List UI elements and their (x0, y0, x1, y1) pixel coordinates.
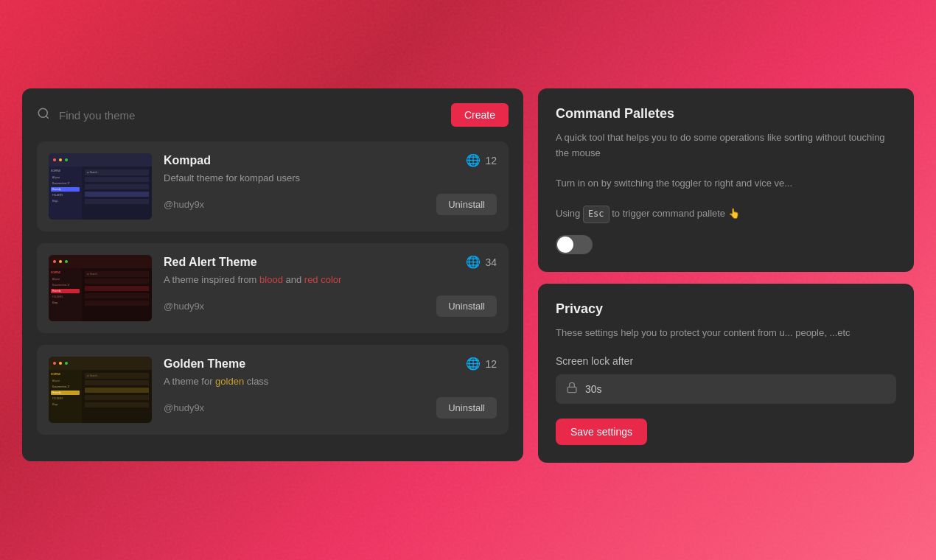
trigger-text: to trigger command pallete 👆 (612, 208, 740, 219)
theme-author-redalert: @hudy9x (164, 301, 204, 312)
theme-bottom-row-golden: @hudy9x Uninstall (164, 397, 497, 419)
theme-thumbnail-kompad: KOMPAD All post Document test 17 Recentl… (49, 153, 152, 220)
theme-bottom-row-redalert: @hudy9x Uninstall (164, 295, 497, 317)
theme-card-redalert: KOMPAD All post Document test 17 Recentl… (37, 243, 509, 333)
star-icon: 🌐 (466, 153, 481, 167)
theme-info-redalert: Red Alert Theme 🌐 34 A theme inspired fr… (164, 255, 497, 317)
theme-star-count-redalert: 34 (485, 256, 497, 268)
theme-name: Kompad (164, 154, 211, 167)
screen-lock-value: 30s (585, 383, 602, 395)
screen-lock-input[interactable]: 30s (556, 374, 896, 404)
theme-card-golden: KOMPAD All post Document test 17 Recentl… (37, 345, 509, 435)
theme-description: Default theme for kompad users (164, 172, 497, 185)
search-bar: Create (37, 103, 509, 127)
command-palletes-desc3: Using Esc to trigger command pallete 👆 (556, 206, 896, 223)
create-button[interactable]: Create (451, 103, 509, 127)
uninstall-button-redalert[interactable]: Uninstall (436, 295, 497, 317)
svg-rect-1 (567, 388, 576, 393)
theme-top-row: Kompad 🌐 12 (164, 153, 497, 167)
theme-star-count-golden: 12 (485, 358, 497, 370)
privacy-description: These settings help you to protect your … (556, 326, 896, 341)
themes-panel: Create KOMPAD All post Document test 17 … (22, 88, 523, 461)
uninstall-button-golden[interactable]: Uninstall (436, 397, 497, 419)
theme-description-redalert: A theme inspired from blood and red colo… (164, 273, 497, 287)
toggle-knob (557, 237, 573, 253)
theme-card: KOMPAD All post Document test 17 Recentl… (37, 141, 509, 231)
theme-description-golden: A theme for golden class (164, 375, 497, 388)
uninstall-button-kompad[interactable]: Uninstall (436, 194, 497, 215)
theme-name-golden: Golden Theme (164, 357, 245, 371)
save-settings-button[interactable]: Save settings (556, 419, 647, 445)
desc2-prefix: Turn in on by switching the toggler to r… (556, 178, 792, 189)
command-palette-toggle[interactable] (556, 235, 593, 254)
theme-thumbnail-golden: KOMPAD All post Document test 17 Recentl… (49, 357, 152, 423)
theme-name-redalert: Red Alert Theme (164, 256, 257, 269)
theme-author: @hudy9x (164, 199, 204, 210)
search-input[interactable] (59, 109, 442, 122)
search-icon (37, 107, 50, 124)
screen-lock-label: Screen lock after (556, 355, 896, 367)
svg-point-0 (38, 108, 47, 117)
highlight-golden: golden (215, 376, 244, 387)
theme-bottom-row: @hudy9x Uninstall (164, 194, 497, 215)
theme-thumbnail-redalert: KOMPAD All post Document test 17 Recentl… (49, 255, 152, 321)
theme-top-row-redalert: Red Alert Theme 🌐 34 (164, 255, 497, 269)
star-icon-golden: 🌐 (466, 357, 481, 371)
theme-top-row-golden: Golden Theme 🌐 12 (164, 357, 497, 371)
theme-star-count: 12 (485, 155, 497, 167)
star-icon-redalert: 🌐 (466, 255, 481, 269)
theme-stars-golden: 🌐 12 (466, 357, 497, 371)
privacy-title: Privacy (556, 301, 896, 317)
theme-stars-redalert: 🌐 34 (466, 255, 497, 269)
highlight-red: red color (304, 274, 342, 285)
command-palletes-title: Command Palletes (556, 106, 896, 122)
theme-info-kompad: Kompad 🌐 12 Default theme for kompad use… (164, 153, 497, 215)
esc-badge: Esc (583, 206, 610, 223)
right-panel: Command Palletes A quick tool that helps… (538, 88, 914, 463)
theme-stars: 🌐 12 (466, 153, 497, 167)
using-text: Using (556, 208, 580, 219)
highlight-blood: blood (259, 274, 283, 285)
command-palletes-card: Command Palletes A quick tool that helps… (538, 88, 914, 272)
theme-info-golden: Golden Theme 🌐 12 A theme for golden cla… (164, 357, 497, 419)
theme-author-golden: @hudy9x (164, 402, 204, 413)
toggle-container (556, 235, 896, 254)
command-palletes-desc2: Turn in on by switching the toggler to r… (556, 176, 896, 192)
lock-icon (566, 382, 578, 396)
privacy-card: Privacy These settings help you to prote… (538, 284, 914, 463)
main-layout: Create KOMPAD All post Document test 17 … (0, 0, 936, 560)
command-palletes-desc1: A quick tool that helps you to do some o… (556, 130, 896, 161)
